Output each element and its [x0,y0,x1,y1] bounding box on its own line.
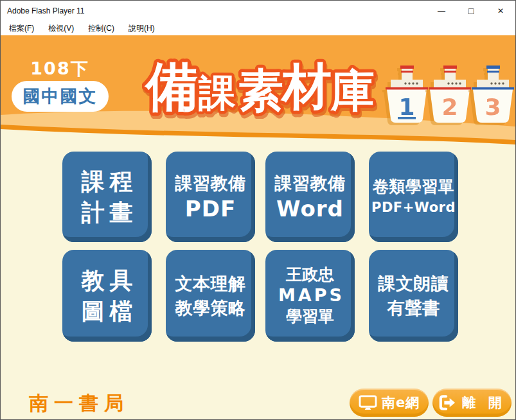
title-char-2: 課 [198,71,236,115]
ship-funnel [445,67,456,80]
tile-text-comprehension[interactable]: 文本理解 教學策略 [166,250,255,342]
close-button[interactable]: ✕ [486,1,515,21]
tile-label: 文本理解 [175,272,246,295]
menu-help[interactable]: 說明(H) [121,22,162,35]
exit-label: 離 開 [461,394,505,412]
tile-label: 學習單 [286,306,334,328]
tile-label: 計畫 [76,197,138,228]
flash-player-window: Adobe Flash Player 11 — □ ✕ 檔案(F) 檢視(V) … [0,0,516,420]
tile-label: PDF [185,196,236,222]
app-title: 備 課 素 材 庫 [142,43,389,119]
tile-worksheets-pdf-word[interactable]: 卷類學習單 PDF+Word [369,152,458,242]
title-char-5: 庫 [330,66,375,116]
tile-label: 圖檔 [76,296,138,327]
volume-number-1: 1 [398,94,414,120]
title-bar: Adobe Flash Player 11 — □ ✕ [1,1,515,21]
publisher-logo: 南一書局 [29,390,129,417]
subject-badge: 國中國文 [12,81,109,112]
semester-label: 108下 [12,57,108,80]
tile-label: 課文朗讀 [378,272,449,295]
tile-maps-worksheet[interactable]: 王政忠 MAPS 學習單 [265,250,355,342]
tile-course-plan[interactable]: 課程 計畫 [62,152,152,242]
tile-label: 卷類學習單 [373,175,455,198]
ship-funnel [402,67,413,80]
tile-label: 有聲書 [387,296,440,320]
volume-ship-2[interactable]: 2 [429,65,471,124]
title-char-1: 備 [144,56,199,117]
tile-audio-book[interactable]: 課文朗讀 有聲書 [369,250,458,342]
title-char-4: 材 [280,58,332,115]
tile-workbook-pdf[interactable]: 課習教備 PDF [166,152,255,242]
window-controls: — □ ✕ [427,1,515,21]
monitor-icon [359,395,377,411]
tile-label: 教具 [76,265,138,296]
nane-web-button[interactable]: 南e網 [350,389,429,417]
tile-label: MAPS [276,285,344,306]
menu-view[interactable]: 檢視(V) [41,22,81,35]
nane-web-label: 南e網 [382,394,420,412]
tile-label: 課程 [76,166,138,197]
tile-label: PDF+Word [371,198,456,218]
volume-number-3: 3 [485,94,501,120]
menu-bar: 檔案(F) 檢視(V) 控制(C) 說明(H) [1,21,515,35]
title-char-3: 素 [238,64,283,117]
volume-ship-3[interactable]: 3 [472,65,514,124]
tile-label: 課習教備 [175,171,246,195]
exit-button[interactable]: 離 開 [432,389,512,417]
volume-ship-1[interactable]: 1 [386,65,428,124]
tile-teaching-aid-images[interactable]: 教具 圖檔 [62,250,152,342]
volume-1-underline [398,117,416,119]
flash-stage: 108下 國中國文 備 課 素 材 庫 [1,35,515,420]
menu-file[interactable]: 檔案(F) [2,22,41,35]
exit-icon [438,394,456,411]
maximize-button[interactable]: □ [456,1,486,21]
tile-workbook-word[interactable]: 課習教備 Word [265,152,355,242]
window-title: Adobe Flash Player 11 [1,6,427,15]
tile-label: 王政忠 [286,265,334,286]
volume-number-2: 2 [441,94,458,120]
ship-funnel [488,67,499,80]
minimize-button[interactable]: — [427,1,456,21]
menu-control[interactable]: 控制(C) [81,22,121,35]
tile-label: 教學策略 [175,296,246,320]
tile-label: 課習教備 [275,171,346,195]
subject-badge-label: 國中國文 [23,85,98,108]
tile-label: Word [276,196,344,222]
